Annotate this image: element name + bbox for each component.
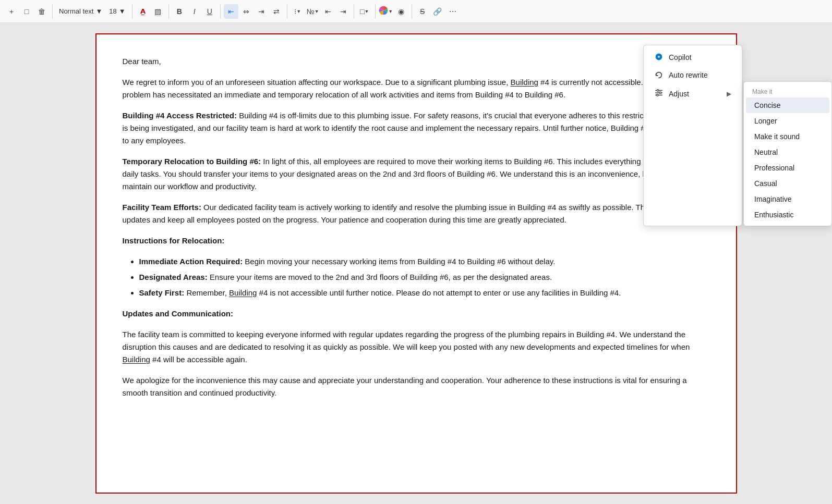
- copy-button[interactable]: □: [19, 4, 34, 19]
- submenu-item-professional[interactable]: Professional: [746, 160, 829, 176]
- toolbar-group-align: ⇤ ⇔ ⇥ ⇄: [224, 4, 287, 19]
- fontsize-dropdown[interactable]: 18 ▼: [106, 4, 128, 19]
- submenu-item-longer[interactable]: Longer: [746, 113, 829, 129]
- color-picker-chevron-icon: ▼: [388, 9, 393, 14]
- section2: Temporary Relocation to Building #6: In …: [123, 155, 710, 193]
- adjust-left: Adjust: [654, 88, 689, 99]
- strikethrough-button[interactable]: S: [415, 4, 430, 19]
- imaginative-label: Imaginative: [754, 195, 792, 203]
- shield-button[interactable]: ◉: [394, 4, 408, 19]
- add-button[interactable]: +: [4, 4, 19, 19]
- text-color-button[interactable]: A̲: [136, 4, 150, 19]
- building4-link-1[interactable]: Building: [511, 78, 538, 87]
- style-chevron-icon: ▼: [95, 7, 102, 15]
- closing: We apologize for the inconvenience this …: [123, 374, 710, 399]
- toolbar-group-table: □ ▼: [357, 4, 376, 19]
- section3-body: Our dedicated facility team is actively …: [123, 203, 710, 224]
- adjust-label: Adjust: [669, 90, 689, 98]
- underline-button[interactable]: U: [202, 4, 217, 19]
- adjust-menu-item[interactable]: Adjust ▶: [646, 84, 740, 103]
- align-center-button[interactable]: ⇔: [239, 4, 254, 19]
- color-picker-button[interactable]: ▼: [379, 4, 393, 19]
- concise-label: Concise: [754, 101, 781, 109]
- bullet2-body: Ensure your items are moved to the 2nd a…: [210, 273, 552, 281]
- style-label: Normal text: [59, 7, 93, 15]
- bullet-list-button[interactable]: ⁝ ▼: [291, 4, 305, 19]
- enthusiastic-label: Enthusiastic: [754, 211, 793, 219]
- main-dropdown: Copilot Auto rewrite: [643, 45, 742, 226]
- toolbar-group-list: ⁝ ▼ № ▼ ⇤ ⇥: [291, 4, 354, 19]
- toolbar-group-format: B I U: [172, 4, 221, 19]
- adjust-chevron-icon: ▶: [727, 90, 731, 97]
- bullet1-heading: Immediate Action Required:: [139, 257, 243, 266]
- toolbar-group-actions: + □ 🗑: [4, 4, 53, 19]
- section1: Building #4 Access Restricted: Building …: [123, 109, 710, 147]
- toolbar-group-color: A̲ ▧: [136, 4, 169, 19]
- para1-text: We regret to inform you of an unforeseen…: [123, 78, 702, 99]
- list-item-2: Designated Areas: Ensure your items are …: [139, 271, 710, 284]
- color-wheel-icon: [379, 6, 388, 17]
- list-item-3: Safety First: Remember, Building #4 is n…: [139, 287, 710, 299]
- svg-point-6: [657, 94, 659, 96]
- delete-button[interactable]: 🗑: [34, 4, 49, 19]
- svg-point-5: [659, 92, 661, 94]
- building4-link-4[interactable]: Building: [123, 355, 150, 364]
- submenu-item-make-it-sound[interactable]: Make it sound: [746, 129, 829, 144]
- building4-link-3[interactable]: Building: [229, 288, 257, 297]
- indent-increase-button[interactable]: ⇥: [336, 4, 351, 19]
- section1-heading: Building #4 Access Restricted:: [123, 111, 237, 120]
- align-right-button[interactable]: ⇥: [254, 4, 269, 19]
- main-area: Dear team, We regret to inform you of an…: [0, 23, 832, 504]
- para1: We regret to inform you of an unforeseen…: [123, 76, 710, 101]
- document[interactable]: Dear team, We regret to inform you of an…: [95, 33, 737, 494]
- copilot-icon: [654, 53, 664, 62]
- submenu-item-concise[interactable]: Concise: [746, 97, 829, 113]
- submenu-item-casual[interactable]: Casual: [746, 176, 829, 191]
- highlight-icon: ▧: [154, 7, 161, 16]
- copilot-menu-item[interactable]: Copilot: [646, 48, 740, 66]
- highlight-button[interactable]: ▧: [151, 4, 165, 19]
- context-menu-overlay: Copilot Auto rewrite: [643, 45, 832, 226]
- section3: Facility Team Efforts: Our dedicated fac…: [123, 201, 710, 226]
- bullet3-body: Remember, Building #4 is not accessible …: [186, 288, 621, 297]
- copilot-label: Copilot: [669, 53, 692, 62]
- italic-button[interactable]: I: [187, 4, 202, 19]
- neutral-label: Neutral: [754, 148, 778, 156]
- submenu-item-neutral[interactable]: Neutral: [746, 144, 829, 160]
- shield-icon: ◉: [398, 7, 404, 16]
- numbered-chevron-icon: ▼: [315, 9, 319, 14]
- submenu-header: Make it: [744, 85, 831, 97]
- fontsize-chevron-icon: ▼: [119, 7, 126, 15]
- make-it-sound-label: Make it sound: [754, 132, 800, 141]
- text-color-icon: A̲: [140, 7, 146, 15]
- section3-heading: Facility Team Efforts:: [123, 203, 201, 212]
- bold-button[interactable]: B: [172, 4, 187, 19]
- section5-heading-para: Updates and Communication:: [123, 308, 710, 320]
- align-left-button[interactable]: ⇤: [224, 4, 238, 19]
- italic-icon: I: [194, 7, 196, 16]
- professional-label: Professional: [754, 164, 794, 172]
- more-button[interactable]: ⋯: [445, 4, 460, 19]
- auto-rewrite-menu-item[interactable]: Auto rewrite: [646, 66, 740, 84]
- underline-icon: U: [207, 7, 212, 16]
- section4-heading: Instructions for Relocation:: [123, 236, 225, 245]
- align-justify-button[interactable]: ⇄: [269, 4, 284, 19]
- adjust-icon: [654, 88, 664, 99]
- longer-label: Longer: [754, 117, 777, 125]
- style-dropdown[interactable]: Normal text ▼: [56, 4, 105, 19]
- indent-decrease-button[interactable]: ⇤: [321, 4, 335, 19]
- svg-point-4: [657, 90, 659, 92]
- instructions-list: Immediate Action Required: Begin moving …: [139, 255, 710, 299]
- bullet3-heading: Safety First:: [139, 288, 185, 297]
- toolbar: + □ 🗑 Normal text ▼ 18 ▼ A̲ ▧ B I U: [0, 0, 832, 23]
- section5-heading: Updates and Communication:: [123, 309, 234, 318]
- casual-label: Casual: [754, 179, 777, 188]
- table-chevron-icon: ▼: [364, 9, 369, 14]
- link-button[interactable]: 🔗: [430, 4, 445, 19]
- section2-heading: Temporary Relocation to Building #6:: [123, 157, 261, 166]
- numbered-list-button[interactable]: № ▼: [306, 4, 320, 19]
- table-button[interactable]: □ ▼: [357, 4, 372, 19]
- bullet2-heading: Designated Areas:: [139, 273, 208, 281]
- submenu-item-enthusiastic[interactable]: Enthusiastic: [746, 207, 829, 223]
- submenu-item-imaginative[interactable]: Imaginative: [746, 191, 829, 207]
